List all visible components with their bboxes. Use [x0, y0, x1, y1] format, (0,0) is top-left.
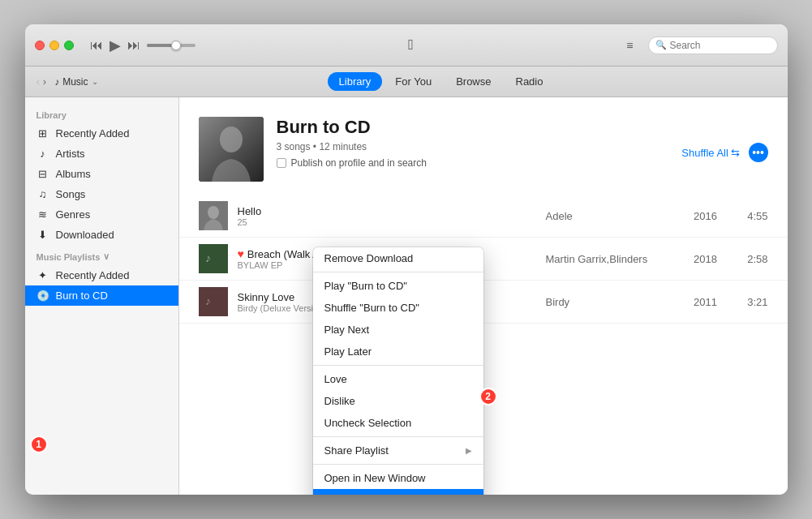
sidebar-item-albums[interactable]: ⊟ Albums	[25, 164, 178, 184]
step-badge-2: 2	[479, 388, 497, 405]
music-icon: ♪	[54, 76, 59, 88]
recently-added-icon: ⊞	[37, 127, 49, 139]
tab-radio[interactable]: Radio	[505, 72, 555, 91]
sidebar-item-downloaded[interactable]: ⬇ Downloaded	[25, 225, 178, 245]
back-button[interactable]: ‹	[37, 75, 40, 88]
ctx-separator	[313, 365, 483, 366]
chevron-down-icon: ⌄	[92, 77, 98, 86]
ctx-dislike[interactable]: Dislike	[313, 390, 483, 412]
artists-icon: ♪	[37, 148, 49, 160]
ctx-play-later[interactable]: Play Later	[313, 341, 483, 362]
tab-browse[interactable]: Browse	[445, 72, 502, 91]
close-button[interactable]	[35, 41, 45, 50]
ctx-uncheck-selection[interactable]: Uncheck Selection	[313, 412, 483, 434]
sidebar-item-recently-added[interactable]: ⊞ Recently Added	[25, 123, 178, 144]
fast-forward-button[interactable]: ⏭	[127, 38, 140, 53]
ctx-burn-playlist[interactable]: Burn Playlist to Disc	[313, 489, 483, 495]
content-area: Burn to CD 3 songs • 12 minutes Publish …	[179, 97, 788, 495]
nav-arrows: ‹ ›	[37, 75, 47, 88]
apple-logo-icon: 	[408, 36, 414, 54]
sidebar: Library ⊞ Recently Added ♪ Artists ⊟ Alb…	[25, 97, 179, 495]
ctx-separator	[313, 436, 483, 437]
ctx-separator	[313, 464, 483, 465]
volume-slider[interactable]	[147, 44, 195, 47]
sidebar-item-songs[interactable]: ♫ Songs	[25, 184, 178, 204]
disc-icon: 💿	[37, 290, 49, 302]
ctx-separator	[313, 272, 483, 272]
titlebar: ⏮ ▶ ⏭  ≡ 🔍	[25, 24, 788, 66]
sidebar-item-label: Songs	[56, 188, 86, 200]
songs-icon: ♫	[37, 188, 49, 200]
maximize-button[interactable]	[64, 41, 74, 50]
sidebar-item-label: Recently Added	[56, 269, 130, 281]
sidebar-item-label: Recently Added	[56, 127, 130, 139]
submenu-chevron-icon: ▶	[466, 446, 472, 455]
ctx-remove-download[interactable]: Remove Download	[313, 247, 483, 269]
tab-library[interactable]: Library	[328, 72, 383, 91]
search-bar[interactable]: 🔍	[648, 36, 778, 54]
ctx-play-playlist[interactable]: Play "Burn to CD"	[313, 275, 483, 297]
chevron-icon: ∨	[103, 251, 110, 262]
sidebar-item-burn-to-cd[interactable]: 💿 Burn to CD 1	[25, 285, 178, 306]
main-area: Library ⊞ Recently Added ♪ Artists ⊟ Alb…	[25, 97, 788, 495]
list-view-button[interactable]: ≡	[626, 39, 633, 52]
minimize-button[interactable]	[49, 41, 59, 50]
library-section-label: Library	[25, 105, 178, 123]
nav-tabs: Library For You Browse Radio	[106, 72, 776, 91]
sidebar-item-label: Albums	[56, 168, 91, 180]
sidebar-item-artists[interactable]: ♪ Artists	[25, 144, 178, 164]
context-menu: Remove Download Play "Burn to CD" Shuffl…	[313, 247, 483, 495]
titlebar-center: 	[204, 36, 619, 54]
sidebar-item-label: Burn to CD	[56, 290, 108, 302]
sidebar-item-label: Genres	[56, 208, 91, 221]
playback-controls: ⏮ ▶ ⏭	[90, 36, 195, 54]
source-selector[interactable]: ♪ Music ⌄	[54, 76, 97, 88]
ctx-play-next[interactable]: Play Next	[313, 319, 483, 341]
downloaded-icon: ⬇	[37, 229, 49, 241]
forward-button[interactable]: ›	[43, 75, 46, 88]
traffic-lights	[35, 41, 74, 50]
albums-icon: ⊟	[37, 168, 49, 180]
ctx-love[interactable]: Love	[313, 368, 483, 390]
search-icon: 🔍	[655, 40, 667, 50]
context-menu-overlay: Remove Download Play "Burn to CD" Shuffl…	[179, 97, 788, 495]
navbar: ‹ › ♪ Music ⌄ Library For You Browse Rad…	[25, 66, 788, 97]
gear-icon: ✦	[37, 269, 49, 281]
rewind-button[interactable]: ⏮	[90, 38, 103, 53]
ctx-share-playlist[interactable]: Share Playlist ▶	[313, 440, 483, 461]
ctx-open-new-window[interactable]: Open in New Window	[313, 467, 483, 489]
step-badge-1: 1	[30, 435, 48, 453]
source-label: Music	[62, 76, 88, 88]
search-input[interactable]	[670, 40, 767, 51]
app-window: ⏮ ▶ ⏭  ≡ 🔍 ‹ › ♪ Music ⌄	[25, 24, 788, 495]
play-button[interactable]: ▶	[110, 36, 121, 54]
playlists-section-label: Music Playlists ∨	[25, 245, 178, 265]
sidebar-item-label: Downloaded	[56, 229, 114, 241]
sidebar-item-recently-added-playlist[interactable]: ✦ Recently Added	[25, 265, 178, 285]
sidebar-item-label: Artists	[56, 148, 85, 160]
ctx-shuffle-playlist[interactable]: Shuffle "Burn to CD"	[313, 297, 483, 319]
sidebar-item-genres[interactable]: ≋ Genres	[25, 204, 178, 225]
genres-icon: ≋	[37, 208, 49, 221]
tab-for-you[interactable]: For You	[384, 72, 443, 91]
